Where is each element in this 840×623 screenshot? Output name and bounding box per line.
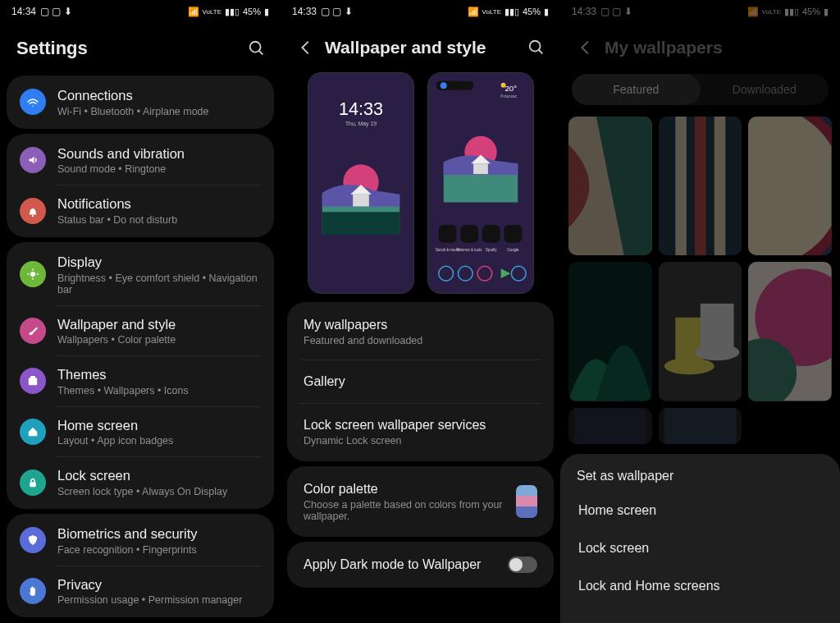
svg-rect-54 [700,304,733,352]
sheet-option-home[interactable]: Home screen [577,492,824,529]
page-title: Wallpaper and style [325,38,518,57]
row-title: Themes [57,366,261,383]
wallpaper-thumb[interactable] [568,117,652,255]
signal-icon: ▮▮▯ [504,7,519,17]
wifi-icon: 📶 [188,7,199,17]
wallpaper-thumb[interactable] [748,262,832,401]
page-title: My wallpapers [605,38,825,57]
status-icons-left: ▢ ▢ ⬇ [321,6,353,17]
svg-rect-10 [30,482,36,487]
lock-screen-preview[interactable]: 14:33 Thu, May 19 [308,72,414,294]
svg-rect-29 [460,225,478,243]
wallpaper-list-group: My wallpapersFeatured and downloadedGall… [287,302,554,461]
preview-weather: 20° [504,84,517,93]
divider [300,403,541,404]
wallpaper-thumb[interactable] [659,262,742,401]
sheet-option-lock[interactable]: Lock screen [577,529,824,567]
lock-icon [20,470,46,496]
search-icon[interactable] [248,39,266,57]
settings-group: DisplayBrightness • Eye comfort shield •… [7,242,274,509]
row-title: Lock screen [57,467,261,484]
wallpaper-grid [560,110,840,451]
home-icon [20,419,46,445]
svg-rect-45 [714,117,725,255]
wallpaper-list-group: Apply Dark mode to Wallpaper [287,542,554,588]
status-icons-left: ▢ ▢ ⬇ [40,6,72,17]
sun-icon [20,261,46,287]
row-subtitle: Brightness • Eye comfort shield • Naviga… [57,273,261,295]
wallpaper-header: Wallpaper and style [281,23,560,69]
settings-header: Settings [0,23,281,71]
search-icon[interactable] [527,39,546,57]
wallpaper-list-group: Color paletteChoose a palette based on c… [287,466,554,537]
preview-date: Thu, May 19 [345,121,376,127]
settings-row-brush[interactable]: Wallpaper and styleWallpapers • Color pa… [7,308,274,355]
settings-row-hand[interactable]: PrivacyPermission usage • Permission man… [7,568,274,615]
tab-downloaded[interactable]: Downloaded [701,74,829,105]
row-subtitle: Face recognition • Fingerprints [57,544,261,556]
list-row[interactable]: Lock screen wallpaper servicesDynamic Lo… [287,405,554,458]
divider [56,305,261,306]
row-title: Color palette [304,481,504,497]
wifi-icon [20,89,46,115]
svg-rect-31 [504,225,522,243]
settings-row-lock[interactable]: Lock screenScreen lock type • Always On … [7,459,274,506]
row-title: Connections [57,87,261,104]
net-label: VoLTE [203,8,221,16]
list-row[interactable]: Gallery [287,362,554,401]
settings-row-wifi[interactable]: ConnectionsWi-Fi • Bluetooth • Airplane … [7,79,274,126]
divider [300,360,541,360]
row-title: Wallpaper and style [57,316,261,333]
settings-row-sun[interactable]: DisplayBrightness • Eye comfort shield •… [7,245,274,304]
status-bar: 14:34 ▢ ▢ ⬇ 📶 VoLTE ▮▮▯ 45% ▮ [0,0,281,23]
svg-line-1 [259,51,263,55]
list-row[interactable]: Color paletteChoose a palette based on c… [287,470,554,534]
status-time: 14:34 [11,6,36,17]
darkmode-toggle[interactable] [508,557,537,573]
themes-icon [20,368,46,394]
wallpaper-thumb[interactable] [568,408,652,444]
settings-row-sound[interactable]: Sounds and vibrationSound mode • Rington… [7,137,274,184]
svg-point-22 [440,82,446,89]
status-time: 14:33 [572,6,596,17]
svg-text:Spotify: Spotify [486,248,497,252]
row-subtitle: Choose a palette based on colors from yo… [304,499,504,522]
svg-rect-9 [30,376,35,379]
tab-featured[interactable]: Featured [572,74,701,105]
sheet-option-both[interactable]: Lock and Home screens [577,567,824,605]
svg-rect-30 [482,225,500,243]
divider [56,185,261,186]
row-title: Gallery [304,373,537,390]
svg-rect-52 [675,318,703,366]
svg-rect-28 [438,225,456,243]
preview-city: Polanvac [500,94,518,98]
settings-row-themes[interactable]: ThemesThemes • Wallpapers • Icons [7,358,274,405]
list-row[interactable]: Apply Dark mode to Wallpaper [287,545,554,584]
back-icon[interactable] [297,39,315,57]
net-label: VoLTE [482,8,501,16]
svg-point-0 [250,42,261,53]
wallpaper-thumb[interactable] [659,408,742,444]
set-wallpaper-sheet: Set as wallpaper Home screen Lock screen… [560,454,840,623]
settings-row-shield[interactable]: Biometrics and securityFace recognition … [7,517,274,564]
wallpaper-thumb[interactable] [659,117,742,255]
sound-icon [20,147,46,173]
back-icon[interactable] [577,39,595,57]
battery-pct: 45% [523,7,541,16]
row-title: Home screen [57,417,261,434]
svg-rect-58 [574,408,646,444]
home-screen-preview[interactable]: 20° Polanvac Social & media Finance & to… [427,72,534,294]
settings-row-bell[interactable]: NotificationsStatus bar • Do not disturb [7,187,274,234]
battery-pct: 45% [802,7,820,16]
divider [56,406,261,407]
settings-row-home[interactable]: Home screenLayout • App icon badges [7,409,274,456]
brush-icon [20,318,46,344]
status-bar: 14:33 ▢ ▢ ⬇ 📶 VoLTE ▮▮▯ 45% ▮ [281,0,560,23]
row-title: Lock screen wallpaper services [304,417,537,433]
palette-chip [516,485,537,518]
list-row[interactable]: My wallpapersFeatured and downloaded [287,305,554,358]
row-subtitle: Layout • App icon badges [57,435,261,447]
wallpaper-thumb[interactable] [748,117,832,255]
wallpaper-thumb[interactable] [568,262,652,401]
svg-rect-46 [748,117,832,255]
